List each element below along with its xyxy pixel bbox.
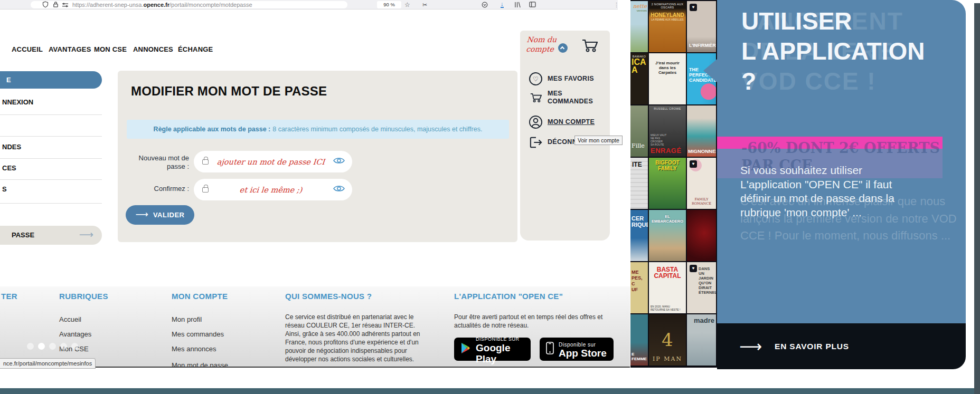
permissions-icon[interactable] xyxy=(62,2,69,7)
divider xyxy=(0,114,102,115)
link-tooltip: Voir mon compte xyxy=(574,136,623,145)
footer-app-header: L'APPLICATION "OPEN CE" xyxy=(454,292,563,301)
sidebar-item-autre[interactable]: S xyxy=(2,185,7,193)
menu-item-mon-compte[interactable]: MON COMPTE xyxy=(529,115,595,129)
footer-about-text: Ce service est distribué en partenariat … xyxy=(285,313,430,363)
movie-poster[interactable]: ♥FAMILY ROMANCE xyxy=(687,158,716,209)
favorite-heart-icon[interactable]: ♥ xyxy=(690,265,697,272)
cart-small-icon xyxy=(529,91,543,105)
show-password-icon[interactable] xyxy=(333,157,345,167)
account-name[interactable]: Nom ducompte xyxy=(526,35,564,54)
bookmark-star-icon[interactable]: ☆ xyxy=(404,1,410,8)
footer-link-avantages[interactable]: Avantages xyxy=(59,330,91,338)
new-password-label: Nouveau mot de passe : xyxy=(136,154,189,171)
download-icon[interactable]: ↓ xyxy=(501,1,504,8)
new-password-input[interactable]: ajouter un mot de passe ICI xyxy=(194,151,352,172)
movie-poster[interactable]: RUSSELL CROWEMIEUX VAUT NE PAS CROISER S… xyxy=(649,105,686,157)
footer-app-text: Pour être averti partout et en temps rée… xyxy=(454,313,610,330)
movie-poster[interactable] xyxy=(687,210,716,261)
nav-accueil[interactable]: ACCUEIL xyxy=(12,45,43,53)
browser-toolbar: https://adherent-snep-unsa.opence.fr/por… xyxy=(0,0,618,9)
movie-poster[interactable]: BAMAKOICA A xyxy=(630,53,648,104)
movie-poster[interactable]: 2 NOMINATIONS AUX OSCARSHONEYLANDLA FEMM… xyxy=(649,1,686,52)
carousel-dot[interactable] xyxy=(71,343,78,350)
sidebar-item-connexion[interactable]: NNEXION xyxy=(2,98,33,106)
sidebar-item-mot-de-passe[interactable]: PASSE ⟶ xyxy=(0,226,102,245)
movie-poster[interactable]: 4IP MAN xyxy=(649,314,686,366)
movie-poster[interactable]: ♥L'INFIRMIÈRE xyxy=(687,1,716,52)
google-play-badge[interactable]: DISPONIBLE SURGoogle Play xyxy=(454,338,531,361)
en-savoir-plus-button[interactable]: ⟶ EN SAVOIR PLUS xyxy=(717,323,966,369)
show-password-icon[interactable] xyxy=(333,185,345,195)
divider xyxy=(0,203,102,204)
chevron-up-icon[interactable] xyxy=(558,43,568,53)
arrow-right-icon: ⟶ xyxy=(79,228,93,241)
nav-echange[interactable]: ÉCHANGE xyxy=(178,45,213,53)
cart-icon[interactable] xyxy=(580,37,599,56)
carousel-dot-active[interactable] xyxy=(38,343,45,350)
movie-poster[interactable]: ITE xyxy=(630,158,648,209)
footer-link-mot-de-passe[interactable]: Mon mot de passe xyxy=(172,361,228,368)
promo-body-text: Si vous souhaitez utiliser L'application… xyxy=(740,164,920,219)
nav-mon-cse[interactable]: MON CSE xyxy=(94,45,127,53)
right-edge-strip xyxy=(974,3,980,394)
movie-poster[interactable]: nettevennes xyxy=(630,1,648,52)
carousel-dot[interactable] xyxy=(60,343,67,350)
play-store-icon xyxy=(460,342,471,356)
movie-poster[interactable]: E FEMME xyxy=(630,314,648,366)
footer-link-mes-annonces[interactable]: Mes annonces xyxy=(172,345,216,353)
movie-poster[interactable]: ME PES, C UF xyxy=(630,262,648,313)
padlock-icon xyxy=(202,187,209,193)
nav-annonces[interactable]: ANNONCES xyxy=(133,45,173,53)
heart-circle-icon: ♡ xyxy=(529,72,543,86)
library-icon[interactable] xyxy=(514,2,521,8)
footer-rubriques-header: RUBRIQUES xyxy=(59,292,108,301)
footer-link-mes-commandes[interactable]: Mes commandes xyxy=(172,330,224,338)
movie-poster[interactable]: J'irai mourir dans les Carpates xyxy=(649,53,686,104)
screenshot-scissors-icon[interactable]: ✂ xyxy=(422,1,427,8)
lock-icon[interactable] xyxy=(53,1,59,8)
menu-item-mes-commandes[interactable]: MES COMMANDES xyxy=(529,90,602,105)
footer-link-accueil[interactable]: Accueil xyxy=(59,315,81,323)
status-bar-link-preview: nce.fr/portail/moncompte/mesinfos xyxy=(0,358,96,369)
favorite-heart-icon[interactable]: ♥ xyxy=(690,160,697,168)
movie-poster[interactable]: EL EMBARCADERO xyxy=(649,210,686,261)
sidebar-item-annonces[interactable]: CES xyxy=(2,164,16,172)
padlock-icon xyxy=(202,159,209,165)
movie-poster[interactable]: BIGFOOT FAMILY xyxy=(649,158,686,209)
movie-poster[interactable]: madre xyxy=(687,314,716,366)
submit-button[interactable]: ⟶ VALIDER xyxy=(126,205,194,225)
sidebar-toggle-icon[interactable] xyxy=(529,2,536,7)
nav-avantages[interactable]: AVANTAGES xyxy=(49,45,91,53)
promo-title: UTILISER L'APPLICATION ? xyxy=(741,6,925,97)
url-text[interactable]: https://adherent-snep-unsa.opence.fr/por… xyxy=(72,2,252,8)
confirm-password-input[interactable]: et ici le même ;) xyxy=(194,179,352,200)
sidebar-item-active[interactable]: E xyxy=(0,71,102,89)
movie-poster[interactable]: ♥DANS UN JARDIN QU'ON DIRAIT ÉTERNEL xyxy=(687,262,716,313)
movie-poster[interactable]: Fille xyxy=(630,105,648,157)
page-title: MODIFIER MON MOT DE PASSE xyxy=(131,84,327,99)
carousel-dot[interactable] xyxy=(49,343,56,350)
shield-icon[interactable] xyxy=(42,1,49,8)
logout-icon xyxy=(529,135,543,149)
overflow-menu-icon[interactable]: ⋮ xyxy=(614,1,619,8)
movie-poster[interactable]: MIGNONNES xyxy=(687,105,716,157)
footer-contact-header: TER xyxy=(1,292,17,301)
footer-link-mon-profil[interactable]: Mon profil xyxy=(172,315,202,323)
pocket-icon[interactable] xyxy=(482,2,488,8)
movie-poster[interactable]: CER RIQUE xyxy=(630,210,648,261)
carousel-dot[interactable] xyxy=(27,343,34,350)
panel-pointer-left xyxy=(703,59,717,82)
divider xyxy=(0,179,102,180)
divider xyxy=(0,136,102,137)
confirm-password-label: Confirmez : xyxy=(136,185,189,193)
arrow-right-icon: ⟶ xyxy=(739,337,762,355)
zoom-level-badge[interactable]: 90 % xyxy=(377,1,401,8)
password-rule-banner: Règle applicable aux mots de passe : 8 c… xyxy=(127,120,509,139)
menu-item-mes-favoris[interactable]: ♡ MES FAVORIS xyxy=(529,72,594,86)
user-circle-icon xyxy=(529,115,543,129)
favorite-heart-icon[interactable]: ♥ xyxy=(690,4,697,11)
sidebar-item-commandes[interactable]: NDES xyxy=(2,143,21,151)
movie-poster[interactable]: BASTA CAPITALEN 2020, MANU RETOURNE SA V… xyxy=(649,262,686,313)
app-store-badge[interactable]: Disponible surApp Store xyxy=(540,338,614,361)
